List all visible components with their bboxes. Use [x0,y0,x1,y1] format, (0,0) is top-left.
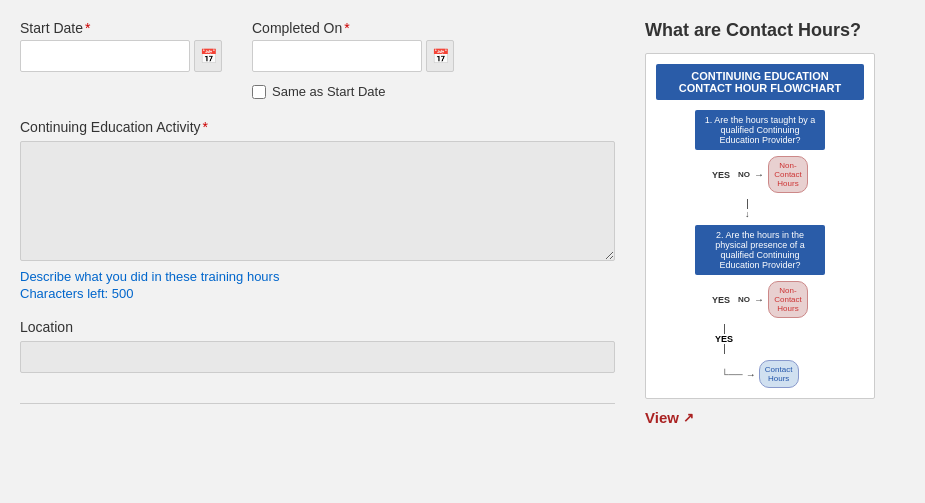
location-input[interactable] [20,341,615,373]
flowchart-arrow-no-1: → [754,169,764,180]
view-label: View [645,409,679,426]
flowchart-non-contact-2: Non-Contact Hours [768,281,808,318]
start-date-calendar-button[interactable]: 📅 [194,40,222,72]
start-date-label: Start Date* [20,20,222,36]
right-section: What are Contact Hours? CONTINUING EDUCA… [645,20,905,426]
completed-on-label: Completed On* [252,20,454,36]
flowchart-title: CONTINUING EDUCATIONCONTACT HOUR FLOWCHA… [656,64,864,100]
same-as-start-date-row: Same as Start Date [252,84,454,99]
start-date-input[interactable] [20,40,190,72]
flowchart-no-row-2: YES NO → Non-Contact Hours [712,281,808,318]
location-label: Location [20,319,615,335]
flowchart-no-row-1: YES NO → Non-Contact Hours [712,156,808,193]
ce-activity-required-star: * [203,119,208,135]
start-date-group: Start Date* 📅 [20,20,222,99]
completed-on-input[interactable] [252,40,422,72]
same-as-start-date-label: Same as Start Date [272,84,385,99]
flowchart-container: CONTINUING EDUCATIONCONTACT HOUR FLOWCHA… [645,53,875,399]
ce-activity-textarea-wrapper [20,141,615,265]
flowchart-arrow-no-2: → [754,294,764,305]
external-link-icon: ↗︎ [683,410,694,425]
completed-on-required-star: * [344,20,349,36]
calendar-icon-2: 📅 [432,48,449,64]
same-as-start-date-checkbox[interactable] [252,85,266,99]
flowchart-contact-hours: Contact Hours [759,360,799,388]
flowchart-box-2: 2. Are the hours in the physical presenc… [695,225,825,275]
flowchart-yes-2: YES [712,295,730,305]
flowchart-body: 1. Are the hours taught by a qualified C… [656,110,864,388]
left-section: Start Date* 📅 Completed On* 📅 [20,20,615,426]
ce-activity-hint: Describe what you did in these training … [20,269,615,284]
flowchart-contact-arrow: → [746,369,756,380]
flowchart-box-1: 1. Are the hours taught by a qualified C… [695,110,825,150]
flowchart-yes-arrow-1: ↓ [745,209,750,219]
start-date-input-wrapper: 📅 [20,40,222,72]
start-date-required-star: * [85,20,90,36]
completed-on-calendar-button[interactable]: 📅 [426,40,454,72]
flowchart-yes-1: YES [712,170,730,180]
completed-on-input-wrapper: 📅 [252,40,454,72]
ce-activity-chars-left: Characters left: 500 [20,286,615,301]
bottom-divider [20,403,615,404]
flowchart-no-label-1: NO [738,170,750,179]
ce-activity-textarea[interactable] [20,141,615,261]
calendar-icon: 📅 [200,48,217,64]
right-panel-title: What are Contact Hours? [645,20,905,41]
completed-on-group: Completed On* 📅 Same as Start Date [252,20,454,99]
date-row: Start Date* 📅 Completed On* 📅 [20,20,615,99]
main-container: Start Date* 📅 Completed On* 📅 [20,20,905,426]
view-link[interactable]: View ↗︎ [645,409,905,426]
ce-activity-label: Continuing Education Activity* [20,119,615,135]
flowchart-non-contact-1: Non-Contact Hours [768,156,808,193]
flowchart-contact-row: └── → Contact Hours [721,360,798,388]
flowchart-no-label-2: NO [738,295,750,304]
